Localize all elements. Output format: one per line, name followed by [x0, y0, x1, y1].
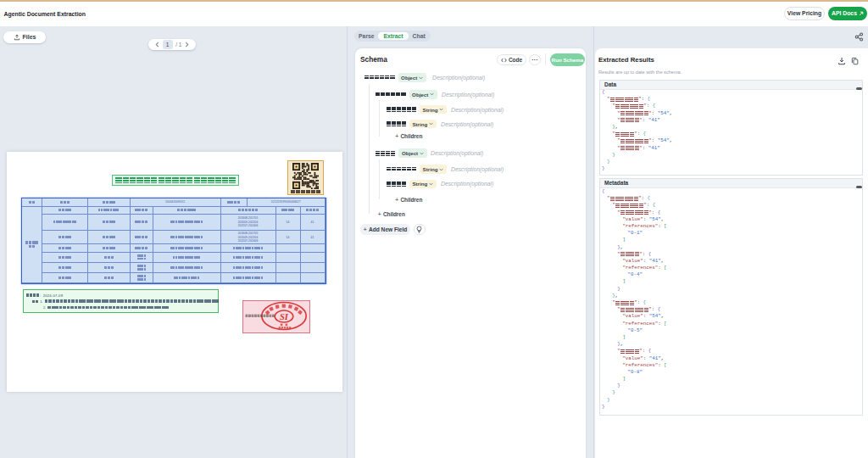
svg-text:SI: SI [280, 312, 289, 321]
